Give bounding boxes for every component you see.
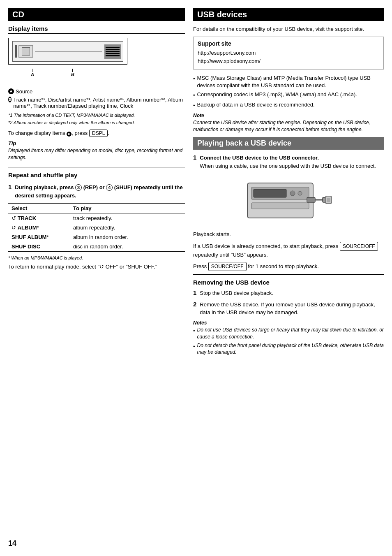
notes-bullets: • Do not use USB devices so large or hea… [193,327,384,356]
play-table: Select To play ↺ TRACK track repeatedly.… [8,203,185,252]
select-track: ↺ TRACK [8,213,70,223]
footnote-2: *2 Album number is displayed only when t… [8,120,185,126]
label-a-circle: A [8,88,14,94]
list-item: • Backup of data in a USB device is reco… [193,101,384,109]
select-album: ↺ ALBUM* [8,223,70,232]
repeat-shuffle-title: Repeat and shuffle play [8,171,185,180]
source-off-btn-1: SOURCE/OFF [340,242,378,251]
page-number: 14 [8,539,16,548]
step-1-content: During playback, press 3 (REP) or 4 (SHU… [15,183,185,199]
removing-step-2-num: 2 [193,301,196,317]
list-item: • Do not detach the front panel during p… [193,342,384,356]
removing-title: Removing the USB device [193,279,384,286]
repeat-shuffle-section: Repeat and shuffle play 1 During playbac… [8,171,185,271]
usb-device-image-container [193,175,384,225]
playback-already-text: If a USB device is already connected, to… [193,242,384,259]
usb-header: USB devices [193,8,384,21]
playback-starts: Playback starts. [193,230,384,239]
step-1-text-pre: During playback, press [15,184,75,190]
step-1-rep: (REP) or [82,184,106,190]
circle-4: 4 [106,184,113,191]
source-off-btn-2: SOURCE/OFF [208,262,247,271]
usb-bullets: • MSC (Mass Storage Class) and MTP (Medi… [193,74,384,109]
table-header-select: Select [8,203,70,213]
list-item: • MSC (Mass Storage Class) and MTP (Medi… [193,74,384,89]
table-header-toplay: To play [70,203,185,213]
select-shuf-disc: SHUF DISC [8,242,70,252]
svg-point-4 [298,191,302,195]
removing-step-1-content: Stop the USB device playback. [200,289,384,297]
toplay-track: track repeatedly. [70,213,185,223]
display-graphic: A B [8,38,127,77]
tip-label: Tip [8,140,185,146]
display-items-section: Display items [8,25,185,161]
svg-rect-10 [327,198,330,202]
table-row: SHUF ALBUM* album in random order. [8,232,185,242]
removing-step-1: 1 Stop the USB device playback. [193,289,384,297]
removing-step-1-num: 1 [193,289,196,297]
toplay-shuf-disc: disc in random order. [70,242,185,252]
track-text: Track name*¹, Disc/artist name*¹, Artist… [13,97,185,109]
press-text-post: for 1 second to stop playback. [247,263,319,269]
support-site-title: Support site [198,40,379,47]
source-text: Source [16,88,32,95]
circle-3: 3 [75,184,82,191]
support-url-1: http://esupport.sony.com [198,49,379,58]
return-text: To return to normal play mode, select "↺… [8,263,185,271]
usb-intro: For details on the compatibility of your… [193,25,384,33]
support-site-box: Support site http://esupport.sony.com ht… [193,37,384,70]
step-1-number: 1 [8,183,12,199]
dspl-button: DSPL [89,130,108,137]
bullet-3: Backup of data in a USB device is recomm… [197,101,315,109]
playback-step-1-content: Connect the USB device to the USB connec… [200,154,384,170]
note-label: Note [193,113,384,118]
table-row: ↺ ALBUM* album repeatedly. [8,223,185,232]
cd-header: CD [8,8,185,21]
notes-bullet-1: Do not use USB devices so large or heavy… [197,327,384,341]
source-item: A Source [8,88,185,95]
support-url-2: http://www.xplodsony.com/ [198,57,379,66]
list-item: • Do not use USB devices so large or hea… [193,327,384,341]
bullet-1: MSC (Mass Storage Class) and MTP (Media … [197,74,384,89]
list-item: • Corresponding codec is MP3 (.mp3), WMA… [193,91,384,99]
note-text: Connect the USB device after starting th… [193,119,384,133]
table-row: ↺ TRACK track repeatedly. [8,213,185,223]
table-footnote: * When an MP3/WMA/AAC is played. [8,255,185,261]
divider-right [193,274,384,275]
label-b-circle: B [8,97,12,102]
change-text-pre: To change display items [8,130,67,136]
already-text-pre: If a USB device is already connected, to… [193,243,340,249]
change-b-circle: B [67,132,71,137]
playback-step-1-title: Connect the USB device to the USB connec… [200,155,319,161]
svg-rect-2 [254,189,286,197]
press-text-pre: Press [193,263,208,269]
notes-label: Notes [193,320,384,326]
select-shuf-album: SHUF ALBUM* [8,232,70,242]
tip-text: Displayed items may differ depending on … [8,147,185,161]
already-text-post: repeatedly until "USB" appears. [193,252,268,258]
footnote-1: *1 The information of a CD TEXT, MP3/WMA… [8,112,185,118]
notes-bullet-2: Do not detach the front panel during pla… [197,342,384,356]
playback-step-1-num: 1 [193,154,196,170]
change-text-post: . [108,130,109,136]
removing-step-2: 2 Remove the USB device. If you remove y… [193,301,384,317]
display-items-title: Display items [8,25,185,34]
bullet-2: Corresponding codec is MP3 (.mp3), WMA (… [197,91,357,99]
table-row: SHUF DISC disc in random order. [8,242,185,252]
repeat-step-1: 1 During playback, press 3 (REP) or 4 (S… [8,183,185,199]
change-text-mid: , press [71,130,89,136]
playback-step-1: 1 Connect the USB device to the USB conn… [193,154,384,170]
removing-step-2-content: Remove the USB device. If you remove you… [200,301,384,317]
svg-rect-6 [307,197,315,202]
usb-device-image [243,175,334,224]
svg-point-3 [290,191,295,196]
divider-1 [8,167,185,167]
press-source-text: Press SOURCE/OFF for 1 second to stop pl… [193,262,384,271]
playback-header: Playing back a USB device [193,137,384,150]
track-item: B Track name*¹, Disc/artist name*¹, Arti… [8,97,185,109]
toplay-shuf-album: album in random order. [70,232,185,242]
svg-rect-5 [251,203,309,209]
change-display-text: To change display items B, press DSPL. [8,130,185,137]
playback-step-1-text: When using a cable, use the one supplied… [200,162,384,170]
toplay-album: album repeatedly. [70,223,185,232]
